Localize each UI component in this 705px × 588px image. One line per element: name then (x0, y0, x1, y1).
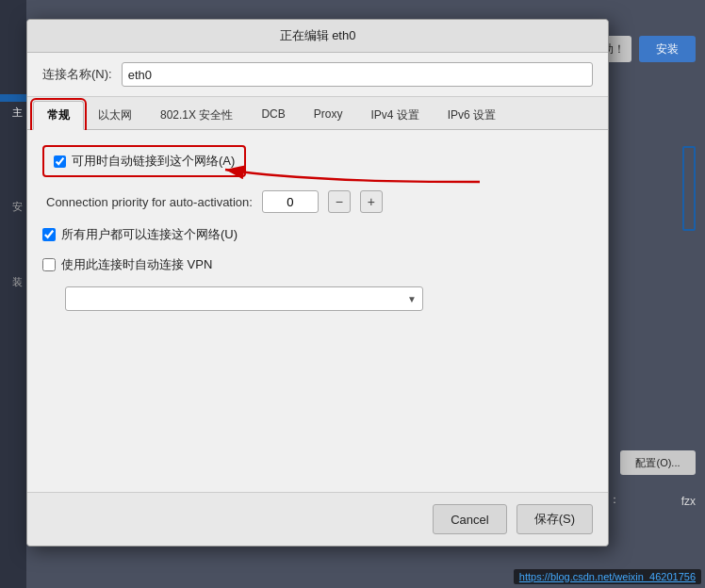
left-nav-item-3[interactable]: 装 (0, 264, 26, 271)
install-button[interactable]: 安装 (639, 36, 696, 62)
left-nav-item-2[interactable]: 安 (0, 188, 26, 196)
dialog-footer: Cancel 保存(S) (27, 492, 608, 546)
watermark: https://blog.csdn.net/weixin_46201756 (514, 569, 701, 584)
connection-name-input[interactable] (122, 62, 593, 87)
tab-ipv6[interactable]: IPv6 设置 (434, 101, 510, 129)
auto-connect-box: 可用时自动链接到这个网络(A) (42, 145, 246, 177)
tab-security[interactable]: 802.1X 安全性 (146, 101, 247, 129)
save-button[interactable]: 保存(S) (516, 504, 593, 534)
right-indicator-bar (682, 146, 696, 231)
priority-label: Connection priority for auto-activation: (46, 195, 253, 209)
tab-dcb[interactable]: DCB (247, 101, 299, 129)
all-users-checkbox[interactable] (42, 228, 56, 241)
hostname-value: fzx (681, 495, 696, 508)
priority-input[interactable] (262, 190, 319, 213)
edit-dialog: 正在编辑 eth0 连接名称(N): 常规 以太网 802.1X 安全性 DCB… (26, 19, 609, 547)
auto-connect-label: 可用时自动链接到这个网络(A) (72, 153, 235, 170)
annotation-arrows (27, 130, 608, 492)
tab-general[interactable]: 常规 (33, 101, 84, 130)
tab-proxy[interactable]: Proxy (300, 101, 357, 129)
connection-name-row: 连接名称(N): (27, 53, 608, 97)
left-nav-item-1[interactable]: 主 (0, 94, 26, 102)
all-users-row: 所有用户都可以连接这个网络(U) (42, 226, 593, 243)
tab-content-general: 可用时自动链接到这个网络(A) Connection priority for … (27, 130, 608, 492)
tab-ethernet[interactable]: 以太网 (84, 101, 146, 129)
priority-plus-button[interactable]: + (360, 190, 383, 213)
connection-name-label: 连接名称(N): (42, 66, 112, 83)
vpn-checkbox[interactable] (42, 258, 56, 271)
tab-ipv4[interactable]: IPv4 设置 (356, 101, 433, 129)
vpn-dropdown[interactable]: ▼ (65, 286, 423, 311)
priority-minus-button[interactable]: − (328, 190, 351, 213)
all-users-label: 所有用户都可以连接这个网络(U) (61, 226, 238, 243)
cancel-button[interactable]: Cancel (433, 504, 506, 534)
config-button[interactable]: 配置(O)... (620, 450, 696, 475)
tabs-bar: 常规 以太网 802.1X 安全性 DCB Proxy IPv4 设置 IPv6… (27, 97, 608, 130)
priority-row: Connection priority for auto-activation:… (42, 190, 593, 213)
vpn-label: 使用此连接时自动连接 VPN (61, 256, 212, 273)
left-sidebar: 主 安 装 (0, 0, 26, 588)
auto-connect-checkbox[interactable] (54, 155, 66, 168)
dialog-title: 正在编辑 eth0 (27, 20, 608, 53)
vpn-row: 使用此连接时自动连接 VPN (42, 256, 593, 273)
vpn-dropdown-arrow-icon: ▼ (407, 294, 417, 304)
